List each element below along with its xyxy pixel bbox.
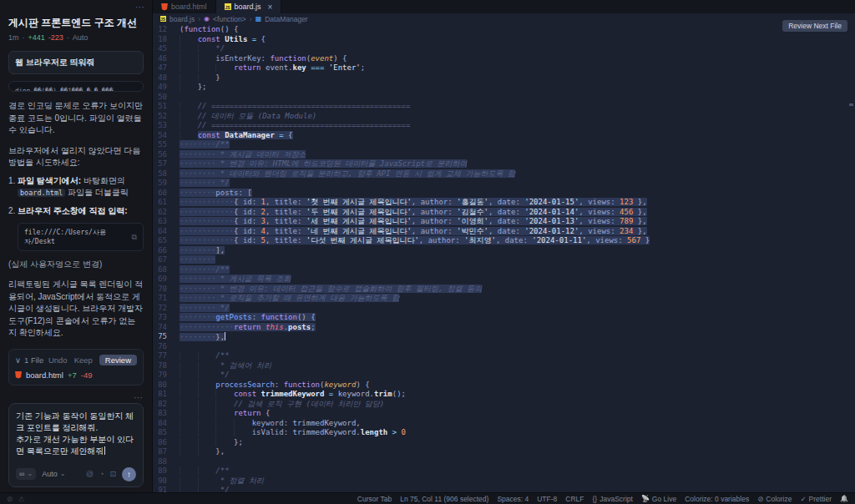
chat-meta: 1m · +441 -223 · Auto <box>8 33 144 42</box>
status-eol[interactable]: CRLF <box>565 495 584 503</box>
line-number: 63 <box>153 217 175 227</box>
changed-file-row[interactable]: board.html +7 -49 <box>15 370 137 380</box>
cursor-window: ⋯ 게시판 프론트엔드 구조 개선 1m · +441 -223 · Auto … <box>0 0 855 504</box>
code-line: 58········ * 데이터와 렌더링 로직을 분리하고, 향후 API 연… <box>153 169 855 179</box>
line-number: 61 <box>153 198 175 208</box>
error-icon[interactable]: ⊘ <box>7 495 13 503</box>
history-icon[interactable]: ◔ <box>99 468 104 480</box>
status-prettier[interactable]: ✓Prettier <box>800 495 832 503</box>
chevron-down-icon: ⌄ <box>60 468 66 480</box>
undo-button[interactable]: Undo <box>48 355 68 365</box>
breadcrumb: JS board.js › ◉ <function> › ▦ DataManag… <box>153 13 855 24</box>
code-line: 90 * 정렬 처리 <box>153 476 855 486</box>
send-button[interactable]: ↑ <box>122 467 136 481</box>
review-next-file-button[interactable]: Review Next File <box>782 20 847 32</box>
tab-board-js[interactable]: JS board.js × <box>216 0 282 13</box>
line-number: 72 <box>153 304 175 314</box>
chevron-down-icon: ⌄ <box>27 468 33 480</box>
code-line: 73········getPosts: function() { <box>153 313 855 323</box>
code-line: 18 const Utils = { <box>153 35 855 45</box>
assistant-note: (실제 사용자명으로 변경) <box>8 259 144 270</box>
keep-button[interactable]: Keep <box>74 355 93 365</box>
line-number: 82 <box>153 400 175 410</box>
agent-mode: Auto <box>73 33 89 42</box>
chat-input[interactable]: 기존 기능과 동작이 동일한지 체크 포인트를 정리해줘. 추가로 개선 가능한… <box>8 403 144 487</box>
line-number: 76 <box>153 342 175 352</box>
line-number: 67 <box>153 255 175 265</box>
line-number: 59 <box>153 179 175 189</box>
status-encoding[interactable]: UTF-8 <box>537 495 557 503</box>
scrollbar-marker[interactable] <box>849 103 853 106</box>
code-line: 65············{ id: 5, title: '다섯 번째 게시글… <box>153 236 855 246</box>
line-number: 87 <box>153 447 175 457</box>
terminal-lines: ding ��(��) ��1��� �.� ������ 3�� �� ���… <box>15 87 137 92</box>
mention-icon[interactable]: @ <box>86 468 94 480</box>
editor-group: board.html JS board.js × JS board.js › ◉… <box>153 0 855 492</box>
review-button[interactable]: Review <box>99 355 137 365</box>
line-number: 12 <box>153 25 175 35</box>
line-number: 58 <box>153 169 175 179</box>
code-line: 52 // 데이터 모듈 (Data Module) <box>153 112 855 122</box>
code-line: 55········/** <box>153 140 855 150</box>
slash-circle-icon: ⊘ <box>757 495 763 503</box>
code-line: 76 <box>153 342 855 352</box>
copy-icon[interactable]: ⧉ <box>132 233 137 242</box>
code-line: 91 */ <box>153 486 855 492</box>
warning-icon[interactable]: ⚠ <box>18 495 25 503</box>
line-number: 45 <box>153 44 175 54</box>
code-line: 89 /** <box>153 466 855 476</box>
chat-input-text[interactable]: 기존 기능과 동작이 동일한지 체크 포인트를 정리해줘. 추가로 개선 가능한… <box>16 411 136 457</box>
code-line: 54 const DataManager = { <box>153 131 855 141</box>
close-icon[interactable]: × <box>268 3 273 12</box>
code-line: 86 }; <box>153 438 855 448</box>
assistant-paragraph: 브라우저에서 열리지 않았다면 다음 방법을 시도하세요: <box>8 145 144 169</box>
code-line: 45 */ <box>153 44 855 54</box>
code-block: file:///C:/Users/사용자/Deskt ⧉ <box>18 223 144 251</box>
code-line: 75········}, <box>153 332 855 342</box>
breadcrumb-file[interactable]: board.js <box>169 15 195 23</box>
line-number: 69 <box>153 275 175 285</box>
file-count: 1 File <box>24 355 43 365</box>
html-file-icon <box>15 371 22 379</box>
sidebar-kebab-icon[interactable]: ⋯ <box>135 2 145 13</box>
status-position[interactable]: Ln 75, Col 11 (906 selected) <box>400 495 488 503</box>
inline-code: board.html <box>18 189 65 197</box>
code-editor[interactable]: 12(function() {18 const Utils = {45 */46… <box>153 24 855 492</box>
user-message[interactable]: 웹 브라우저로 띄워줘 <box>8 51 144 74</box>
context-pill[interactable]: ∞⌄ <box>16 468 36 480</box>
code-line: 60········posts: [ <box>153 189 855 199</box>
symbol-object-icon: ▦ <box>255 15 262 23</box>
mode-selector[interactable]: Auto⌄ <box>42 468 65 480</box>
line-number: 81 <box>153 390 175 400</box>
line-number: 18 <box>153 35 175 45</box>
line-number: 90 <box>153 476 175 486</box>
status-go-live[interactable]: 📡Go Live <box>641 495 676 503</box>
status-colorize[interactable]: ⊘Colorize <box>757 495 792 503</box>
breadcrumb-symbol[interactable]: DataManager <box>265 15 308 23</box>
tab-board-html[interactable]: board.html <box>153 0 216 13</box>
lines-removed: -223 <box>48 33 63 42</box>
message-actions-icon[interactable]: ⋯ <box>8 392 144 403</box>
tab-bar: board.html JS board.js × <box>153 0 855 13</box>
code-line: 59········ */ <box>153 179 855 189</box>
status-indentation[interactable]: Spaces: 4 <box>497 495 529 503</box>
file-added: +7 <box>68 370 77 380</box>
status-cursor-tab[interactable]: Cursor Tab <box>357 495 392 503</box>
image-icon[interactable]: ⊡ <box>109 468 116 480</box>
code-line: 80 processSearch: function(keyword) { <box>153 381 855 391</box>
code-line: 53 // ==================================… <box>153 121 855 131</box>
line-number: 50 <box>153 93 175 103</box>
bell-icon[interactable]: 🔔 <box>840 495 848 502</box>
code-line: 64············{ id: 4, title: '네 번째 게시글 … <box>153 227 855 237</box>
collapse-icon[interactable]: ∨ <box>15 355 21 365</box>
status-language[interactable]: {}JavaScript <box>593 495 633 503</box>
line-number: 65 <box>153 236 175 246</box>
breadcrumb-function[interactable]: <function> <box>213 15 246 23</box>
code-line: 48 } <box>153 73 855 83</box>
status-colorize-vars[interactable]: Colorize: 0 variables <box>685 495 749 503</box>
line-number: 71 <box>153 294 175 304</box>
code-area: 12(function() {18 const Utils = {45 */46… <box>153 25 855 492</box>
chat-sidebar: ⋯ 게시판 프론트엔드 구조 개선 1m · +441 -223 · Auto … <box>0 0 153 492</box>
code-line: 46 isEnterKey: function(event) { <box>153 54 855 64</box>
js-file-icon: JS <box>160 16 166 22</box>
